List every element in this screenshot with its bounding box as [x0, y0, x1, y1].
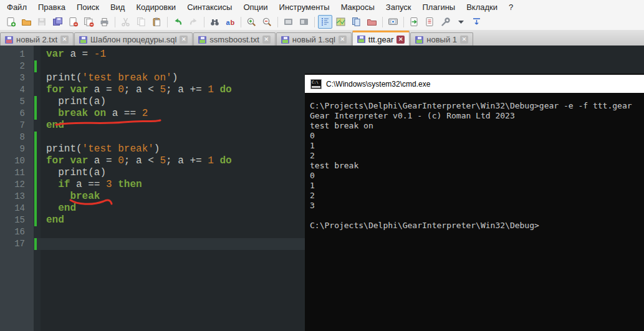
- cmd-line: 1: [310, 141, 644, 151]
- toolbar-button-indent-guides[interactable]: [318, 15, 332, 29]
- menu-item-4[interactable]: Вид: [105, 1, 131, 14]
- toolbar-button-dropdown-arrow[interactable]: [454, 15, 468, 29]
- toolbar-button-run-script[interactable]: [407, 15, 421, 29]
- menu-item-7[interactable]: Опции: [238, 1, 273, 14]
- menu-item-6[interactable]: Синтаксисы: [181, 1, 238, 14]
- change-marker: [34, 191, 37, 203]
- line-number: 13: [0, 191, 25, 201]
- print-icon: [99, 17, 110, 27]
- indent-guides-icon: [320, 17, 330, 27]
- toolbar-button-launcher-wrench[interactable]: [438, 15, 453, 29]
- toolbar-button-save[interactable]: [35, 15, 49, 29]
- line-number: 9: [0, 144, 25, 154]
- toolbar-button-macro-doc[interactable]: [423, 15, 437, 29]
- doc-switcher-icon: [351, 17, 362, 27]
- toolbar-button-copy[interactable]: [134, 15, 148, 29]
- toolbar-button-close-all[interactable]: [82, 15, 96, 29]
- code-text: if a == 3 then: [46, 179, 142, 191]
- open-file-icon: [21, 17, 32, 27]
- toolbar-button-open-file[interactable]: [19, 15, 34, 29]
- tab-label: ttt.gear: [368, 35, 393, 44]
- toolbar-button-cut[interactable]: [118, 15, 133, 29]
- code-text: print(a): [46, 96, 106, 108]
- toolbar-button-folder-workspace[interactable]: [365, 15, 379, 29]
- tab-close-icon[interactable]: ✕: [396, 36, 405, 44]
- menu-item-3[interactable]: Поиск: [71, 1, 105, 14]
- save-all-icon: [52, 17, 63, 27]
- tab-close-icon[interactable]: ✕: [339, 36, 347, 44]
- tab-1[interactable]: новый 2.txt✕: [0, 32, 74, 46]
- menu-item-12[interactable]: Вкладки: [461, 1, 503, 14]
- toolbar-button-document-map[interactable]: [334, 15, 348, 29]
- toolbar-button-preview-eye[interactable]: [386, 15, 400, 29]
- zoom-in-icon: [246, 17, 257, 27]
- change-marker: [34, 96, 37, 108]
- toolbar-button-redo[interactable]: [186, 15, 201, 29]
- menu-item-10[interactable]: Запуск: [380, 1, 417, 14]
- code-text: break on a == 2: [46, 108, 148, 120]
- tab-6[interactable]: новый 1✕: [410, 32, 473, 46]
- code-text: print('test break'): [46, 143, 160, 155]
- floppy-saved-icon: [415, 36, 423, 44]
- close-all-icon: [84, 17, 94, 27]
- line-number: 10: [0, 156, 25, 166]
- toolbar-button-paste[interactable]: [150, 15, 164, 29]
- run-script-icon: [409, 17, 420, 27]
- toolbar-button-close[interactable]: [66, 15, 80, 29]
- menu-item-1[interactable]: Файл: [1, 1, 32, 14]
- code-text: for var a = 0; a < 5; a += 1 do: [46, 84, 232, 96]
- toolbar-button-replace[interactable]: ab: [223, 15, 238, 29]
- line-number: 2: [0, 61, 25, 71]
- tab-close-icon[interactable]: ✕: [60, 36, 69, 44]
- cmd-line: 3: [310, 201, 644, 211]
- tab-2[interactable]: Шаблон процедуры.sql✕: [74, 32, 193, 46]
- cmd-titlebar[interactable]: C:\Windows\system32\cmd.exe: [305, 75, 644, 93]
- tab-4[interactable]: новый 1.sql✕: [276, 32, 352, 46]
- change-marker: [34, 143, 37, 155]
- tab-label: Шаблон процедуры.sql: [90, 35, 176, 44]
- toolbar-separator: [204, 17, 204, 27]
- menu-item-11[interactable]: Плагины: [417, 1, 461, 14]
- cmd-output[interactable]: C:\Projects\Delphi\GearInterpreter\Win32…: [305, 93, 644, 231]
- menu-item-9[interactable]: Макросы: [335, 1, 380, 14]
- tab-close-icon[interactable]: ✕: [180, 36, 188, 44]
- cmd-line: 1: [310, 181, 644, 191]
- toolbar-button-save-all[interactable]: [50, 15, 65, 29]
- cmd-window: C:\Windows\system32\cmd.exe C:\Projects\…: [305, 74, 644, 331]
- line-number: 3: [0, 73, 25, 83]
- menu-item-8[interactable]: Инструменты: [274, 1, 335, 14]
- tab-5-active[interactable]: ttt.gear✕: [352, 31, 410, 46]
- menu-item-5[interactable]: Кодировки: [130, 1, 181, 14]
- tab-3[interactable]: ssmsboost.txt✕: [193, 32, 275, 46]
- floppy-saved-icon: [357, 36, 365, 43]
- toolbar-button-restore-window[interactable]: [281, 15, 296, 29]
- toolbar-button-fullscreen[interactable]: [297, 15, 311, 29]
- toolbar-button-print[interactable]: [97, 15, 112, 29]
- tab-label: ssmsboost.txt: [209, 35, 259, 44]
- line-number: 1: [0, 49, 25, 59]
- line-number: 17: [0, 239, 25, 249]
- cmd-line: [310, 211, 644, 221]
- restore-window-icon: [283, 17, 294, 27]
- redo-icon: [188, 17, 199, 27]
- line-number: 14: [0, 203, 25, 213]
- toolbar-button-new-file[interactable]: [4, 15, 18, 29]
- cut-icon: [120, 17, 131, 27]
- menu-item-2[interactable]: Правка: [32, 1, 71, 14]
- toolbar-button-zoom-out[interactable]: [260, 15, 274, 29]
- cmd-line: 0: [310, 171, 644, 181]
- line-number: 11: [0, 168, 25, 178]
- line-number: 15: [0, 215, 25, 225]
- menu-item-13[interactable]: ?: [503, 1, 519, 14]
- new-file-icon: [6, 17, 16, 27]
- toolbar-button-zoom-in[interactable]: [244, 15, 259, 29]
- folder-workspace-icon: [367, 17, 377, 27]
- toolbar-button-undo[interactable]: [171, 15, 185, 29]
- toolbar-button-scroll-sync[interactable]: [469, 15, 484, 29]
- undo-icon: [173, 17, 183, 27]
- tab-close-icon[interactable]: ✕: [460, 36, 468, 44]
- toolbar-button-doc-switcher[interactable]: [349, 15, 363, 29]
- toolbar-button-find[interactable]: [208, 15, 222, 29]
- tab-close-icon[interactable]: ✕: [262, 36, 271, 44]
- svg-text:a: a: [226, 19, 231, 26]
